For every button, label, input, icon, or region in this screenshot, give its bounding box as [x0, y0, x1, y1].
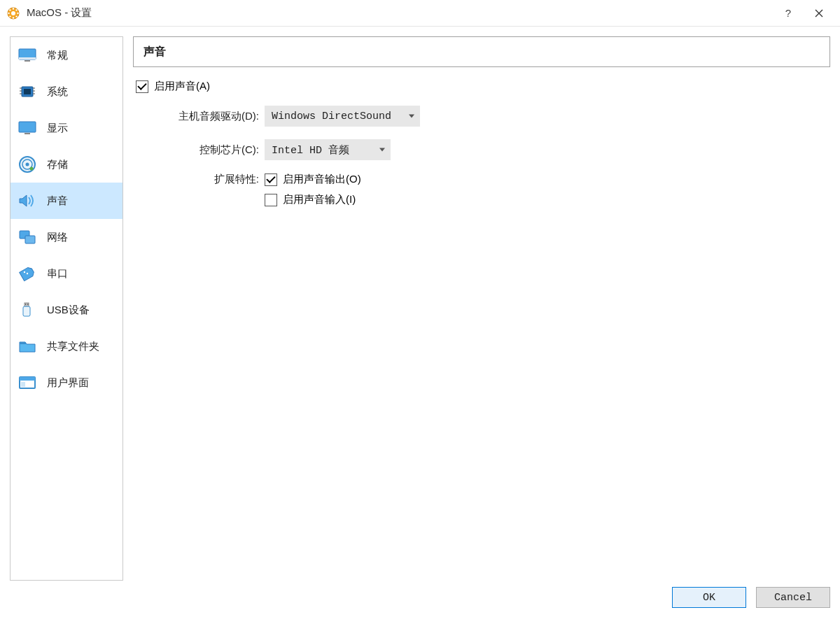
sidebar-item-label: 网络: [47, 231, 68, 244]
chip-icon: [18, 82, 37, 101]
svg-rect-37: [21, 382, 25, 387]
svg-rect-33: [25, 304, 27, 305]
svg-point-1: [13, 8, 14, 9]
footer: OK Cancel: [0, 581, 840, 614]
panel-body: 启用声音(A) 主机音频驱动(D): Windows DirectSound 控…: [133, 67, 830, 219]
svg-point-9: [11, 11, 15, 15]
titlebar: MacOS - 设置 ?: [0, 0, 840, 27]
cancel-button[interactable]: Cancel: [756, 587, 830, 608]
enable-audio-checkbox[interactable]: [136, 80, 148, 93]
content: 声音 启用声音(A) 主机音频驱动(D): Windows DirectSoun…: [123, 36, 830, 581]
sidebar-item-label: 显示: [47, 122, 68, 135]
svg-point-8: [15, 15, 17, 17]
window-title: MacOS - 设置: [27, 6, 92, 20]
panel-title: 声音: [133, 36, 830, 67]
host-driver-value: Windows DirectSound: [272, 111, 391, 122]
svg-point-2: [13, 17, 14, 18]
controller-label: 控制芯片(C):: [133, 143, 265, 157]
serial-port-icon: [18, 264, 37, 283]
svg-point-26: [30, 167, 34, 171]
sidebar-item-usb[interactable]: USB设备: [10, 292, 122, 328]
ok-button[interactable]: OK: [672, 587, 746, 608]
sidebar-item-label: USB设备: [47, 304, 90, 317]
sidebar-item-serial[interactable]: 串口: [10, 255, 122, 292]
sidebar-item-shared-folders[interactable]: 共享文件夹: [10, 328, 122, 364]
sidebar-item-label: 常规: [47, 49, 68, 62]
enable-output-label: 启用声音输出(O): [283, 173, 361, 186]
sidebar-item-system[interactable]: 系统: [10, 73, 122, 110]
sidebar-item-user-interface[interactable]: 用户界面: [10, 364, 122, 401]
svg-rect-14: [24, 89, 31, 94]
disk-icon: [18, 155, 37, 174]
usb-icon: [18, 300, 37, 320]
controller-value: Intel HD 音频: [272, 143, 349, 157]
svg-point-3: [8, 12, 9, 13]
svg-rect-36: [20, 377, 35, 381]
sidebar-item-storage[interactable]: 存储: [10, 146, 122, 183]
svg-point-6: [15, 9, 17, 10]
host-driver-combo[interactable]: Windows DirectSound: [265, 106, 420, 127]
svg-point-7: [9, 15, 10, 17]
sidebar-item-label: 系统: [47, 85, 68, 99]
svg-rect-11: [19, 57, 36, 59]
sidebar-item-audio[interactable]: 声音: [10, 183, 122, 219]
host-driver-label: 主机音频驱动(D):: [133, 110, 265, 123]
app-icon: [6, 6, 21, 21]
sidebar-item-network[interactable]: 网络: [10, 219, 122, 255]
display-icon: [18, 118, 37, 138]
main: 常规 系统 显示 存储 声音: [0, 27, 840, 581]
svg-rect-34: [27, 304, 29, 305]
close-button[interactable]: [804, 3, 834, 24]
extended-label: 扩展特性:: [133, 173, 265, 186]
svg-point-25: [26, 163, 29, 166]
help-button[interactable]: ?: [773, 3, 804, 24]
sidebar-item-label: 声音: [47, 194, 68, 208]
sidebar-item-label: 共享文件夹: [47, 340, 99, 353]
svg-rect-21: [19, 122, 36, 132]
svg-point-5: [9, 9, 10, 10]
svg-point-4: [17, 12, 18, 13]
svg-rect-22: [24, 133, 30, 134]
enable-input-label: 启用声音输入(I): [283, 193, 356, 206]
folder-icon: [18, 336, 37, 356]
svg-rect-28: [25, 236, 35, 243]
controller-combo[interactable]: Intel HD 音频: [265, 139, 391, 160]
enable-input-checkbox[interactable]: [265, 194, 277, 206]
speaker-icon: [18, 191, 37, 211]
monitor-icon: [18, 45, 37, 65]
enable-output-checkbox[interactable]: [265, 173, 277, 186]
svg-rect-32: [23, 306, 30, 316]
sidebar-item-general[interactable]: 常规: [10, 37, 122, 73]
svg-point-29: [24, 271, 25, 273]
enable-audio-label: 启用声音(A): [154, 80, 210, 93]
svg-rect-12: [24, 60, 30, 62]
sidebar-item-display[interactable]: 显示: [10, 110, 122, 146]
sidebar: 常规 系统 显示 存储 声音: [10, 36, 123, 581]
network-icon: [18, 227, 37, 247]
sidebar-item-label: 用户界面: [47, 376, 89, 390]
sidebar-item-label: 存储: [47, 158, 68, 171]
svg-point-30: [27, 273, 28, 274]
sidebar-item-label: 串口: [47, 267, 68, 281]
ui-icon: [18, 373, 37, 392]
